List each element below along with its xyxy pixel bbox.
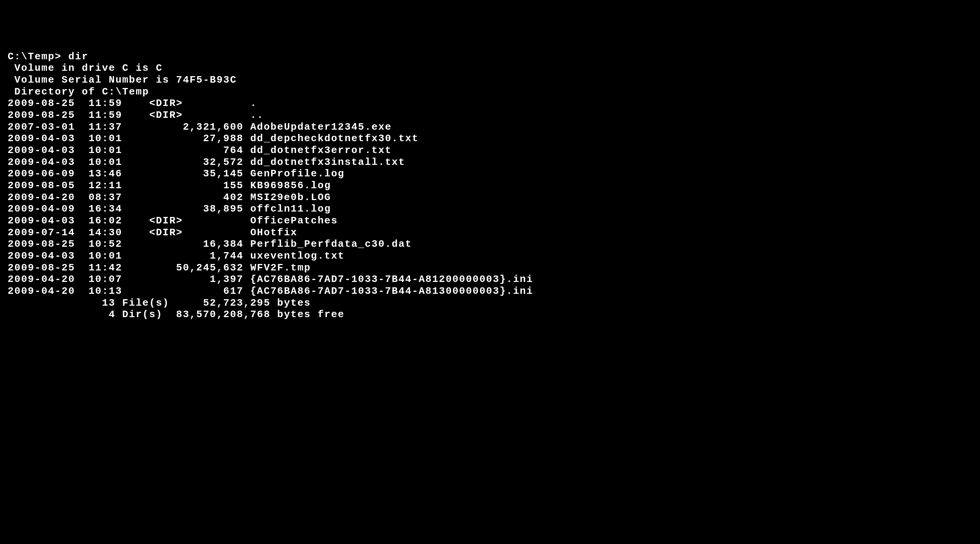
command: dir (68, 51, 88, 62)
file-row: 2007-03-01 11:37 2,321,600 AdobeUpdater1… (8, 121, 972, 133)
file-row: 2009-08-25 11:42 50,245,632 WFV2F.tmp (8, 262, 972, 274)
file-row: 2009-08-05 12:11 155 KB969856.log (8, 180, 972, 192)
file-row: 2009-06-09 13:46 35,145 GenProfile.log (8, 168, 972, 180)
file-row: 2009-08-25 11:59 <DIR> . (8, 98, 972, 109)
file-row: 2009-04-03 16:02 <DIR> OfficePatches (8, 215, 972, 227)
serial-line: Volume Serial Number is 74F5-B93C (8, 74, 972, 86)
summary-dirs: 4 Dir(s) 83,570,208,768 bytes free (8, 309, 972, 321)
file-listing: 2009-08-25 11:59 <DIR> .2009-08-25 11:59… (8, 98, 972, 297)
file-row: 2009-07-14 14:30 <DIR> OHotfix (8, 227, 972, 239)
command-line: C:\Temp> dir (8, 51, 972, 63)
file-row: 2009-04-03 10:01 32,572 dd_dotnetfx3inst… (8, 156, 972, 168)
summary-files: 13 File(s) 52,723,295 bytes (8, 297, 972, 309)
terminal-output[interactable]: C:\Temp> dir Volume in drive C is C Volu… (8, 51, 972, 321)
file-row: 2009-04-03 10:01 27,988 dd_depcheckdotne… (8, 133, 972, 145)
file-row: 2009-04-20 10:07 1,397 {AC76BA86-7AD7-10… (8, 274, 972, 285)
file-row: 2009-04-03 10:01 1,744 uxeventlog.txt (8, 250, 972, 262)
file-row: 2009-04-20 10:13 617 {AC76BA86-7AD7-1033… (8, 285, 972, 297)
file-row: 2009-08-25 10:52 16,384 Perflib_Perfdata… (8, 238, 972, 250)
file-row: 2009-04-20 08:37 402 MSI29e0b.LOG (8, 192, 972, 204)
prompt: C:\Temp> (8, 51, 62, 62)
file-row: 2009-04-03 10:01 764 dd_dotnetfx3error.t… (8, 145, 972, 156)
file-row: 2009-08-25 11:59 <DIR> .. (8, 109, 972, 121)
volume-line: Volume in drive C is C (8, 62, 972, 74)
file-row: 2009-04-09 16:34 38,895 offcln11.log (8, 203, 972, 215)
directory-line: Directory of C:\Temp (8, 86, 972, 98)
